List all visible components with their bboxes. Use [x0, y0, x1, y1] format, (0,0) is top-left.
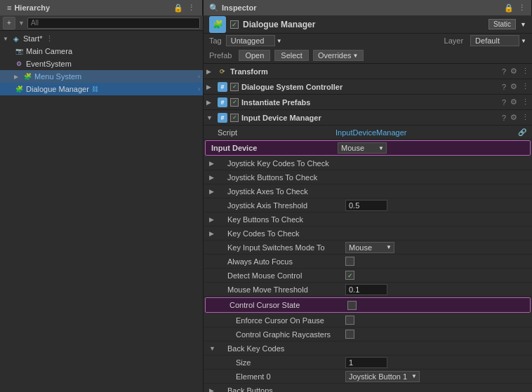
- control-cursor-row: ▶ Control Cursor State: [205, 297, 531, 313]
- object-enabled-checkbox[interactable]: ✓: [230, 20, 239, 29]
- tree-item-main-camera[interactable]: 📷 Main Camera: [0, 45, 203, 58]
- expand-icon: ▼: [206, 114, 215, 121]
- prefab-row: Prefab Open Select Overrides ▼: [204, 48, 532, 63]
- mouse-move-threshold-input[interactable]: [345, 284, 387, 295]
- enforce-cursor-checkbox[interactable]: [345, 316, 354, 325]
- expand-arrow-icon: ▶: [14, 74, 22, 80]
- static-dropdown-icon[interactable]: ▼: [520, 21, 526, 28]
- detect-mouse-checkbox[interactable]: ✓: [345, 271, 354, 280]
- inspector-panel: 🔍 Inspector 🔒 ⋮ 🧩 ✓ Dialogue Manager Sta…: [204, 0, 532, 392]
- inspector-content: 🧩 ✓ Dialogue Manager Static ▼ Tag Untagg…: [204, 15, 532, 392]
- help-icon[interactable]: ?: [502, 114, 506, 122]
- script-value[interactable]: InputDeviceManager: [335, 128, 518, 137]
- script-row: Script InputDeviceManager 🔗: [204, 126, 532, 140]
- joystick-buttons-row[interactable]: ▶ Joystick Buttons To Check: [204, 170, 532, 184]
- event-icon: ⚙: [14, 59, 24, 69]
- hash-icon: #: [218, 113, 227, 123]
- joystick-key-codes-label: Joystick Key Codes To Check: [219, 159, 345, 168]
- element-0-select-wrapper: Joystick Button 1 Joystick Button 2 Joys…: [345, 371, 420, 382]
- input-device-select[interactable]: Mouse Keyboard Joystick Touch: [338, 142, 387, 154]
- input-device-manager-name: Input Device Manager: [241, 114, 499, 122]
- component-actions: ? ⚙ ⋮: [502, 82, 529, 91]
- tree-item-dialogue-manager[interactable]: 🧩 Dialogue Manager ⛓ ›: [0, 83, 203, 95]
- hierarchy-content: ▼ ◈ Start* ⋮ 📷 Main Camera ⚙ EventSystem…: [0, 31, 203, 392]
- key-codes-row[interactable]: ▶ Key Codes To Check: [204, 227, 532, 241]
- transform-component[interactable]: ▶ ⟳ Transform ? ⚙ ⋮: [204, 64, 532, 79]
- inspector-lock[interactable]: 🔒: [504, 4, 514, 13]
- hierarchy-menu[interactable]: ⋮: [187, 4, 195, 13]
- input-device-label: Input Device: [211, 144, 338, 152]
- layer-dropdown[interactable]: Default ▼: [470, 35, 526, 46]
- object-header: 🧩 ✓ Dialogue Manager Static ▼: [204, 15, 532, 34]
- always-auto-focus-checkbox[interactable]: [345, 257, 354, 266]
- help-icon[interactable]: ?: [502, 98, 506, 107]
- tag-dropdown[interactable]: Untagged ▼: [226, 35, 282, 46]
- more-icon[interactable]: ⋮: [521, 97, 529, 107]
- input-device-manager-component[interactable]: ▼ # ✓ Input Device Manager ? ⚙ ⋮: [204, 110, 532, 126]
- element-0-select[interactable]: Joystick Button 1 Joystick Button 2 Joys…: [345, 371, 420, 382]
- component-actions: ? ⚙ ⋮: [502, 113, 529, 122]
- joystick-axis-threshold-input[interactable]: [345, 200, 387, 211]
- more-icon[interactable]: ⋮: [521, 67, 529, 76]
- key-input-switches-row: ▶ Key Input Switches Mode To Mouse Keybo…: [204, 241, 532, 255]
- key-buttons-row[interactable]: ▶ Key Buttons To Check: [204, 212, 532, 227]
- inspector-menu[interactable]: ⋮: [518, 4, 526, 13]
- input-device-select-wrapper: Mouse Keyboard Joystick Touch: [338, 142, 387, 154]
- scene-icon: ◈: [11, 34, 21, 43]
- joystick-axes-row[interactable]: ▶ Joystick Axes To Check: [204, 184, 532, 198]
- expand-icon: ▶: [209, 188, 219, 195]
- overrides-label: Overrides: [318, 51, 352, 60]
- settings-icon[interactable]: ⚙: [510, 67, 517, 76]
- tag-value: Untagged: [226, 35, 275, 46]
- dialogue-system-component[interactable]: ▶ # ✓ Dialogue System Controller ? ⚙ ⋮: [204, 79, 532, 95]
- instantiate-prefabs-component[interactable]: ▶ # ✓ Instantiate Prefabs ? ⚙ ⋮: [204, 95, 532, 110]
- hierarchy-tab[interactable]: ≡ Hierarchy 🔒 ⋮: [0, 0, 203, 15]
- overrides-button[interactable]: Overrides ▼: [313, 50, 364, 61]
- link-icon: ⛓: [92, 86, 98, 93]
- settings-icon[interactable]: ⚙: [510, 97, 517, 107]
- control-cursor-checkbox[interactable]: [347, 301, 357, 310]
- back-buttons-row[interactable]: ▶ Back Buttons: [204, 384, 532, 392]
- tree-item-menu-system[interactable]: ▶ 🧩 Menu System ›: [0, 70, 203, 83]
- menu-icon: 🧩: [22, 72, 32, 81]
- key-buttons-label: Key Buttons To Check: [219, 215, 345, 224]
- expand-icon: ▶: [209, 160, 219, 167]
- inspector-tab[interactable]: 🔍 Inspector 🔒 ⋮: [204, 0, 532, 15]
- comp-enabled-checkbox[interactable]: ✓: [230, 83, 239, 91]
- comp-enabled-checkbox[interactable]: ✓: [230, 114, 239, 122]
- hash-icon: #: [218, 82, 227, 92]
- inspector-icon: 🔍: [209, 4, 219, 13]
- search-input[interactable]: [27, 18, 200, 29]
- more-icon[interactable]: ⋮: [521, 113, 529, 122]
- camera-icon: 📷: [14, 46, 24, 56]
- help-icon[interactable]: ?: [502, 67, 506, 76]
- tree-item-event-system[interactable]: ⚙ EventSystem: [0, 58, 203, 70]
- select-button[interactable]: Select: [274, 50, 309, 61]
- comp-enabled-checkbox[interactable]: ✓: [230, 98, 239, 107]
- context-menu-icon[interactable]: ⋮: [46, 34, 53, 43]
- back-buttons-label: Back Buttons: [219, 386, 345, 393]
- more-icon[interactable]: ⋮: [521, 82, 529, 91]
- expand-arrow-icon: ▼: [3, 36, 11, 42]
- size-input[interactable]: [345, 357, 387, 368]
- control-graphic-checkbox[interactable]: [345, 330, 354, 339]
- script-label: Script: [209, 128, 335, 137]
- hierarchy-lock[interactable]: 🔒: [173, 4, 183, 13]
- back-key-codes-row[interactable]: ▼ Back Key Codes: [204, 342, 532, 356]
- object-name: Dialogue Manager: [243, 20, 484, 29]
- static-button[interactable]: Static: [488, 19, 516, 29]
- tag-layer-row: Tag Untagged ▼ Layer Default ▼: [204, 34, 532, 48]
- add-button[interactable]: +: [3, 17, 15, 29]
- dropdown-arrow-icon: ▼: [18, 20, 25, 27]
- tree-item-start[interactable]: ▼ ◈ Start* ⋮: [0, 32, 203, 45]
- key-codes-label: Key Codes To Check: [219, 229, 345, 238]
- tree-label-menu-system: Menu System: [34, 72, 81, 81]
- settings-icon[interactable]: ⚙: [510, 82, 517, 91]
- detect-mouse-row: ▶ Detect Mouse Control ✓: [204, 269, 532, 283]
- joystick-key-codes-row[interactable]: ▶ Joystick Key Codes To Check: [204, 156, 532, 170]
- hash-icon: #: [218, 97, 227, 107]
- settings-icon[interactable]: ⚙: [510, 113, 517, 122]
- key-input-switches-select[interactable]: Mouse Keyboard Joystick: [345, 242, 394, 253]
- help-icon[interactable]: ?: [502, 83, 506, 91]
- open-button[interactable]: Open: [239, 50, 270, 61]
